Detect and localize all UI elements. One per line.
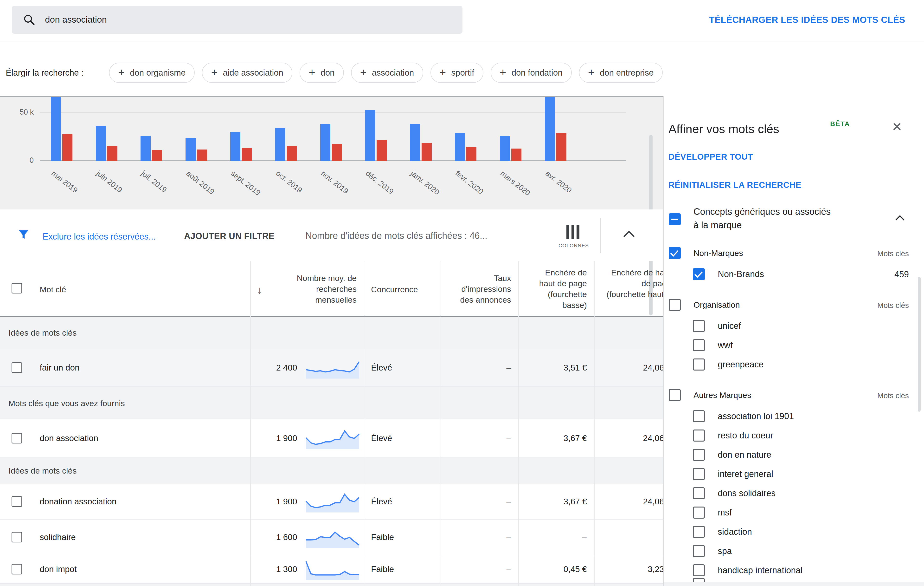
x-axis-label: juin 2019	[94, 169, 124, 195]
chip-label: sportif	[451, 68, 474, 78]
row-checkbox[interactable]	[12, 564, 22, 574]
filter-checkbox[interactable]	[693, 545, 705, 557]
filter-right-label: 459	[820, 270, 909, 280]
filter-checkbox[interactable]	[693, 564, 705, 576]
filter-checkbox[interactable]	[693, 339, 705, 351]
avg-searches-cell: 1 900	[246, 497, 297, 506]
chart-bar-red	[466, 147, 477, 161]
checked-checkbox[interactable]	[669, 247, 681, 259]
filter-checkbox[interactable]	[693, 359, 705, 371]
impression-share-cell: –	[457, 564, 511, 574]
col-header-impression-share[interactable]: Taux d'impressions des annonces	[452, 273, 511, 305]
keyword-cell: donation association	[40, 497, 117, 506]
expand-chip[interactable]: +aide association	[202, 63, 292, 83]
search-volume-chart: 50 k 0 mai 2019juin 2019juil. 2019août 2…	[0, 96, 663, 209]
filter-checkbox[interactable]	[693, 468, 705, 480]
avg-searches-cell: 1 300	[246, 564, 297, 574]
chart-bar-blue	[230, 132, 240, 161]
keyword-table: Mot clé ↓ Nombre moy. de recherches mens…	[0, 261, 663, 586]
refine-keywords-panel: Affiner vos mots clés BÊTA ✕ DÉVELOPPER …	[663, 96, 924, 586]
avg-searches-cell: 2 400	[246, 363, 297, 372]
expand-chip[interactable]: +don	[300, 63, 343, 83]
row-checkbox[interactable]	[12, 496, 22, 507]
panel-bottom-band	[663, 582, 924, 586]
table-row: donation association1 900Élevé–3,67 €24,…	[0, 484, 663, 520]
bid-high-cell: 24,06 €	[602, 497, 663, 506]
chart-bar-blue	[545, 97, 555, 161]
chart-bar-red	[376, 140, 387, 161]
keyword-cell: don association	[40, 434, 98, 443]
expand-chip[interactable]: +don organisme	[109, 63, 195, 83]
select-all-checkbox[interactable]	[12, 283, 22, 293]
filter-label: interet general	[718, 469, 773, 479]
col-header-competition[interactable]: Concurrence	[371, 284, 418, 295]
column-divider	[250, 261, 251, 586]
table-section-header: Idées de mots clés	[0, 316, 663, 349]
filter-checkbox[interactable]	[669, 389, 681, 401]
keyword-cell: fair un don	[40, 363, 79, 372]
download-keyword-ideas-link[interactable]: TÉLÉCHARGER LES IDÉES DES MOTS CLÉS	[709, 15, 905, 25]
filter-label: Non-Brands	[718, 269, 764, 279]
right-panel-scrollbar[interactable]	[918, 277, 921, 412]
bid-high-cell: 24,06 €	[602, 363, 663, 372]
avg-searches-cell: 1 600	[246, 532, 297, 542]
col-header-avg-searches[interactable]: Nombre moy. de recherches mensuelles	[279, 273, 356, 305]
chart-bar-red	[332, 144, 342, 161]
filter-checkbox[interactable]	[693, 507, 705, 518]
keyword-search-box[interactable]	[12, 6, 462, 34]
sparkline	[304, 558, 361, 581]
chart-bar-blue	[500, 136, 510, 161]
bid-low-cell: 0,45 €	[530, 564, 587, 574]
column-divider	[594, 261, 595, 586]
chart-bar-blue	[185, 138, 196, 161]
column-divider	[518, 261, 519, 586]
competition-cell: Élevé	[371, 363, 392, 372]
filter-label: resto du coeur	[718, 430, 773, 440]
checked-checkbox[interactable]	[693, 268, 705, 280]
col-header-keyword[interactable]: Mot clé	[40, 284, 66, 295]
collapse-chart-chevron-icon[interactable]	[622, 230, 636, 238]
x-axis-label: oct. 2019	[274, 169, 304, 195]
sort-descending-icon[interactable]: ↓	[257, 284, 262, 296]
chart-bar-red	[107, 146, 117, 161]
x-axis-label: févr. 2020	[454, 169, 485, 196]
filter-checkbox[interactable]	[693, 429, 705, 442]
chart-bar-red	[62, 134, 73, 161]
x-axis-label: janv. 2020	[409, 169, 441, 197]
bid-low-cell: 3,51 €	[530, 363, 587, 372]
keyword-cell: solidhaire	[40, 532, 76, 542]
plus-icon: +	[118, 67, 125, 78]
col-header-bid-low[interactable]: Enchère de haut de page (fourchette bass…	[530, 267, 587, 311]
impression-share-cell: –	[457, 434, 511, 443]
chip-label: association	[372, 68, 414, 78]
exclude-reserved-ideas-link[interactable]: Exclure les idées réservées...	[43, 232, 156, 242]
row-checkbox[interactable]	[12, 532, 22, 543]
competition-cell: Élevé	[371, 497, 392, 506]
section-label: Idées de mots clés	[8, 466, 76, 475]
col-header-bid-high[interactable]: Enchère de haut de page (fourchette haut…	[606, 267, 663, 300]
filter-checkbox[interactable]	[669, 299, 681, 311]
chart-bar-blue	[51, 97, 61, 161]
table-row: solidhaire1 600Faible––	[0, 520, 663, 555]
filter-checkbox[interactable]	[693, 410, 705, 422]
filter-label: msf	[718, 508, 732, 518]
table-body: Idées de mots clésfair un don2 400Élevé–…	[0, 316, 663, 586]
expand-chip[interactable]: +don fondation	[491, 63, 572, 83]
expand-chip[interactable]: +association	[351, 63, 423, 83]
filter-checkbox[interactable]	[693, 320, 705, 332]
filter-checkbox[interactable]	[693, 487, 705, 499]
columns-icon[interactable]	[566, 225, 579, 239]
plus-icon: +	[309, 67, 315, 78]
search-input[interactable]	[45, 15, 382, 25]
row-checkbox[interactable]	[12, 363, 22, 373]
filter-checkbox[interactable]	[693, 449, 705, 461]
x-axis-label: août 2019	[185, 169, 216, 196]
bid-low-cell: 3,67 €	[530, 434, 587, 443]
search-icon	[23, 13, 35, 26]
row-checkbox[interactable]	[12, 433, 22, 444]
expand-chip[interactable]: +don entreprise	[579, 63, 663, 83]
filter-checkbox[interactable]	[693, 526, 705, 538]
add-filter-button[interactable]: AJOUTER UN FILTRE	[184, 231, 275, 241]
expand-chip[interactable]: +sportif	[431, 63, 483, 83]
chart-bar-blue	[365, 110, 375, 161]
